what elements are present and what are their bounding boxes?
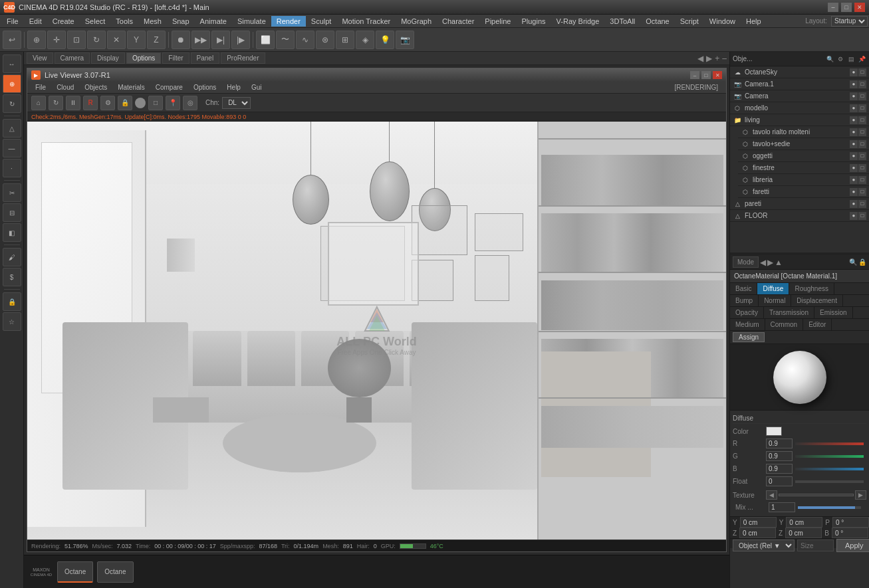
rp-search-icon[interactable]: 🔍 bbox=[825, 54, 834, 64]
scene-item-floor[interactable]: △ FLOOR ● □ bbox=[730, 210, 869, 222]
menu-plugins[interactable]: Plugins bbox=[516, 16, 551, 27]
spline-obj[interactable]: ∿ bbox=[296, 31, 314, 49]
sidebar-paint[interactable]: 🖌 bbox=[3, 248, 21, 266]
taskbar-tab-octane-1[interactable]: Octane bbox=[57, 561, 93, 583]
lv-menu-compare[interactable]: Compare bbox=[150, 83, 188, 92]
tavolo-sedie-lock[interactable]: □ bbox=[858, 140, 866, 148]
sidebar-star[interactable]: ☆ bbox=[3, 312, 21, 331]
tab-display[interactable]: Display bbox=[91, 52, 125, 64]
layout-select[interactable]: Startup bbox=[831, 16, 868, 27]
menu-script[interactable]: Script bbox=[675, 16, 704, 27]
faretti-lock[interactable]: □ bbox=[858, 188, 866, 196]
lv-target-btn[interactable]: ◎ bbox=[183, 96, 197, 110]
float-input[interactable] bbox=[766, 476, 793, 486]
close-button[interactable]: ✕ bbox=[854, 3, 865, 12]
camera-lock[interactable]: □ bbox=[858, 92, 866, 100]
z2-input[interactable] bbox=[785, 528, 822, 538]
sidebar-select[interactable]: ⊕ bbox=[3, 74, 21, 93]
texture-right-btn[interactable]: ▶ bbox=[855, 490, 866, 500]
scale-tool[interactable]: ⊡ bbox=[67, 31, 86, 49]
sidebar-point[interactable]: · bbox=[3, 159, 21, 177]
finestre-lock[interactable]: □ bbox=[858, 164, 866, 172]
tab-camera[interactable]: Camera bbox=[55, 52, 90, 64]
mat-tab-common[interactable]: Common bbox=[765, 319, 804, 330]
color-b-input[interactable] bbox=[766, 464, 793, 474]
menu-help[interactable]: Help bbox=[741, 16, 767, 27]
mode-arrow-left[interactable]: ◀ bbox=[760, 258, 766, 267]
sidebar-extrude[interactable]: ⊟ bbox=[3, 203, 21, 222]
lv-square-btn[interactable]: □ bbox=[148, 96, 163, 110]
mat-tab-medium[interactable]: Medium bbox=[730, 319, 765, 330]
rp-pin-icon[interactable]: 📌 bbox=[857, 54, 866, 64]
lv-refresh-btn[interactable]: ↻ bbox=[49, 96, 63, 110]
menu-window[interactable]: Window bbox=[704, 16, 741, 27]
mat-tab-basic[interactable]: Basic bbox=[730, 283, 757, 294]
scene-item-modello[interactable]: ⬡ modello ● □ bbox=[730, 102, 869, 114]
color-swatch[interactable] bbox=[766, 427, 782, 436]
menu-edit[interactable]: Edit bbox=[24, 16, 47, 27]
sidebar-bevel[interactable]: ◧ bbox=[3, 223, 21, 242]
field-obj[interactable]: ⊞ bbox=[336, 31, 354, 49]
libreria-vis[interactable]: ● bbox=[850, 176, 858, 184]
mat-tab-normal[interactable]: Normal bbox=[759, 295, 791, 306]
color-g-input[interactable] bbox=[766, 451, 793, 461]
sweep-obj[interactable]: ⊛ bbox=[316, 31, 334, 49]
vp-zoom-out[interactable]: – bbox=[722, 54, 727, 63]
menu-3dtoall[interactable]: 3DToAll bbox=[604, 16, 640, 27]
lv-pause-btn[interactable]: ⏸ bbox=[66, 96, 80, 110]
lv-r-btn[interactable]: R bbox=[83, 96, 98, 110]
mat-tab-diffuse[interactable]: Diffuse bbox=[757, 283, 789, 294]
p-input[interactable] bbox=[832, 517, 869, 528]
living-vis[interactable]: ● bbox=[850, 116, 858, 124]
sidebar-fill[interactable]: $ bbox=[3, 268, 21, 286]
tab-panel[interactable]: Panel bbox=[191, 52, 220, 64]
lv-channel-select[interactable]: DL bbox=[222, 97, 251, 109]
apply-button[interactable]: Apply bbox=[836, 539, 869, 552]
anim-btn3[interactable]: |▶ bbox=[231, 31, 250, 49]
lv-menu-file[interactable]: File bbox=[30, 83, 51, 92]
scene-item-living[interactable]: 📁 living ● □ bbox=[730, 114, 869, 126]
menu-render[interactable]: Render bbox=[271, 16, 306, 27]
octanesky-vis[interactable]: ● bbox=[850, 68, 858, 76]
mat-tab-displacement[interactable]: Displacement bbox=[791, 295, 843, 306]
scene-item-octanesky[interactable]: ☁ OctaneSky ● □ bbox=[730, 66, 869, 78]
vp-zoom-in[interactable]: + bbox=[715, 54, 719, 63]
mode-search-icon[interactable]: 🔍 bbox=[849, 258, 857, 266]
mat-tab-emission[interactable]: Emission bbox=[814, 307, 853, 318]
record-btn[interactable]: ⏺ bbox=[172, 31, 190, 49]
b-input[interactable] bbox=[832, 528, 868, 538]
pareti-lock[interactable]: □ bbox=[858, 200, 866, 208]
sidebar-lock[interactable]: 🔒 bbox=[3, 292, 21, 311]
lv-settings-btn[interactable]: ⚙ bbox=[100, 96, 115, 110]
poly-pen[interactable]: ✕ bbox=[107, 31, 126, 49]
vp-arrow-left[interactable]: ◀ bbox=[697, 54, 703, 63]
rp-settings-icon[interactable]: ⚙ bbox=[836, 54, 845, 64]
anim-btn[interactable]: ▶▶ bbox=[191, 31, 210, 49]
mode-arrow-right[interactable]: ▶ bbox=[767, 258, 773, 267]
menu-motion-tracker[interactable]: Motion Tracker bbox=[336, 16, 396, 27]
menu-simulate[interactable]: Simulate bbox=[232, 16, 271, 27]
taskbar-tab-octane-2[interactable]: Octane bbox=[97, 561, 133, 583]
tab-filter[interactable]: Filter bbox=[162, 52, 189, 64]
z-input[interactable] bbox=[739, 528, 776, 538]
menu-pipeline[interactable]: Pipeline bbox=[479, 16, 516, 27]
scene-item-pareti[interactable]: △ pareti ● □ bbox=[730, 198, 869, 210]
mode-lock-icon[interactable]: 🔒 bbox=[858, 258, 866, 266]
y2-input[interactable] bbox=[786, 517, 822, 528]
living-lock[interactable]: □ bbox=[858, 116, 866, 124]
rp-layers-icon[interactable]: ▤ bbox=[846, 54, 856, 64]
cube-obj[interactable]: ⬜ bbox=[256, 31, 275, 49]
texture-left-btn[interactable]: ◀ bbox=[766, 490, 777, 500]
scene-item-libreria[interactable]: ⬡ libreria ● □ bbox=[738, 174, 869, 186]
y-input[interactable] bbox=[740, 517, 777, 528]
menu-select[interactable]: Select bbox=[80, 16, 111, 27]
mat-tab-opacity[interactable]: Opacity bbox=[730, 307, 764, 318]
lv-menu-help[interactable]: Help bbox=[221, 83, 246, 92]
faretti-vis[interactable]: ● bbox=[850, 188, 858, 196]
lv-circle-btn[interactable] bbox=[135, 98, 146, 108]
scene-item-finestre[interactable]: ⬡ finestre ● □ bbox=[738, 162, 869, 174]
size-input[interactable] bbox=[797, 539, 834, 551]
lv-maximize[interactable]: □ bbox=[701, 71, 711, 79]
modello-lock[interactable]: □ bbox=[858, 104, 866, 112]
lv-menu-gui[interactable]: Gui bbox=[246, 83, 267, 92]
